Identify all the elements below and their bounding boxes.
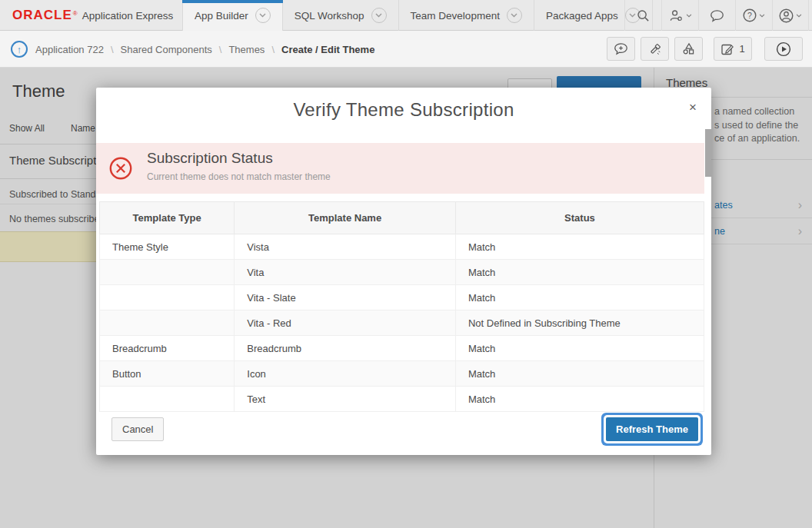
verify-theme-subscription-dialog: Verify Theme Subscription × Subscription… [96, 88, 711, 455]
table-row: BreadcrumbBreadcrumbMatch [100, 336, 704, 361]
cell-template-type [100, 260, 235, 285]
table-row: VitaMatch [100, 260, 704, 285]
nav-tab-label: Team Development [411, 10, 500, 22]
subscription-status-alert: Subscription Status Current theme does n… [96, 143, 704, 194]
cell-template-type: Theme Style [100, 234, 235, 260]
shared-components-button[interactable] [674, 37, 703, 61]
chevron-down-icon [371, 8, 387, 23]
table-row: Vita - RedNot Defined in Subscribing The… [100, 310, 704, 336]
caret-down-icon [759, 14, 765, 18]
admin-users-icon[interactable] [661, 0, 698, 31]
up-arrow-glyph: ↑ [17, 44, 22, 55]
breadcrumb: Application 722\Shared Components\Themes… [35, 44, 374, 55]
cell-status: Match [455, 387, 704, 412]
utilities-flashlight-button[interactable] [641, 37, 669, 61]
breadcrumb-item-themes[interactable]: Themes [228, 44, 265, 55]
close-icon[interactable]: × [684, 99, 701, 116]
product-name: Application Express [82, 10, 174, 22]
breadcrumb-separator: \ [111, 44, 114, 55]
nav-tab-team-development[interactable]: Team Development [399, 0, 534, 31]
alert-message: Current theme does not match master them… [147, 171, 331, 182]
apex-application-window: ORACLE ® Application Express App Builder… [0, 0, 812, 528]
table-row: TextMatch [100, 387, 704, 412]
cell-template-type: Button [100, 361, 235, 387]
feedback-bubble-icon[interactable] [698, 0, 735, 31]
table-row: ButtonIconMatch [100, 361, 704, 387]
feedback-plus-button[interactable] [607, 37, 635, 61]
dialog-title: Verify Theme Subscription [96, 88, 711, 121]
cell-status: Match [455, 336, 704, 361]
column-header-template-type: Template Type [100, 202, 235, 234]
cell-template-name: Text [235, 387, 456, 412]
breadcrumb-separator: \ [219, 44, 222, 55]
cancel-button[interactable]: Cancel [111, 417, 164, 441]
edit-page-number: 1 [739, 43, 744, 55]
chevron-down-icon [507, 8, 522, 23]
search-icon[interactable] [624, 0, 661, 31]
breadcrumb-separator: \ [271, 44, 275, 55]
nav-tab-label: App Builder [195, 10, 248, 22]
template-status-table: Template TypeTemplate NameStatus Theme S… [99, 201, 704, 412]
run-application-button[interactable] [764, 37, 803, 61]
cell-status: Match [455, 361, 704, 387]
dialog-scrollbar-thumb[interactable] [705, 129, 711, 177]
table-row: Theme StyleVistaMatch [100, 234, 704, 260]
flashlight-icon [648, 42, 662, 56]
cell-template-name: Icon [235, 361, 456, 387]
shapes-icon [681, 42, 696, 56]
cell-template-type [100, 310, 235, 336]
nav-tab-sql-workshop[interactable]: SQL Workshop [283, 0, 399, 31]
breadcrumb-item-create-edit-theme: Create / Edit Theme [281, 44, 374, 55]
cell-template-type [100, 285, 235, 310]
cell-template-name: Vista [235, 234, 456, 260]
cell-template-name: Vita [235, 260, 456, 285]
column-header-status: Status [455, 202, 704, 234]
oracle-apex-logo: ORACLE ® Application Express [12, 0, 173, 31]
caret-down-icon [686, 14, 692, 18]
primary-nav-tabs: App Builder SQL Workshop Team Developmen… [182, 0, 653, 31]
cell-status: Match [455, 285, 704, 310]
page-toolbar: 1 [601, 37, 803, 61]
cell-status: Match [455, 260, 704, 285]
oracle-wordmark: ORACLE [12, 8, 72, 23]
error-circle-x-icon [109, 157, 132, 180]
cell-template-type: Breadcrumb [100, 336, 235, 361]
up-arrow-icon[interactable]: ↑ [11, 41, 28, 58]
cell-template-type [100, 387, 235, 412]
cell-template-name: Breadcrumb [235, 336, 456, 361]
chevron-down-icon [255, 8, 271, 23]
column-header-template-name: Template Name [235, 202, 456, 234]
alert-title: Subscription Status [147, 150, 273, 167]
top-icon-buttons: ? [624, 0, 809, 31]
bubble-plus-icon [614, 42, 628, 55]
refresh-theme-button[interactable]: Refresh Theme [606, 417, 698, 441]
play-icon [776, 42, 791, 57]
breadcrumb-item-shared-components[interactable]: Shared Components [121, 44, 212, 55]
nav-tab-app-builder[interactable]: App Builder [182, 0, 283, 31]
top-navigation-bar: ORACLE ® Application Express App Builder… [0, 0, 812, 31]
account-icon[interactable] [772, 0, 809, 31]
help-icon[interactable]: ? [735, 0, 772, 31]
breadcrumb-item-application-722[interactable]: Application 722 [35, 44, 104, 55]
edit-pencil-icon [720, 42, 734, 56]
cell-template-name: Vita - Red [235, 310, 456, 336]
edit-page-button[interactable]: 1 [714, 37, 752, 61]
nav-tab-label: SQL Workshop [295, 10, 364, 22]
cell-status: Not Defined in Subscribing Theme [455, 310, 704, 336]
nav-tab-label: Packaged Apps [546, 10, 618, 22]
breadcrumb-bar: ↑ Application 722\Shared Components\Them… [0, 31, 812, 68]
caret-down-icon [796, 14, 802, 18]
table-header-row: Template TypeTemplate NameStatus [100, 202, 704, 234]
cell-template-name: Vita - Slate [235, 285, 456, 310]
table-row: Vita - SlateMatch [100, 285, 704, 310]
cell-status: Match [455, 234, 704, 260]
trademark-symbol: ® [73, 10, 78, 17]
svg-text:?: ? [747, 11, 752, 20]
